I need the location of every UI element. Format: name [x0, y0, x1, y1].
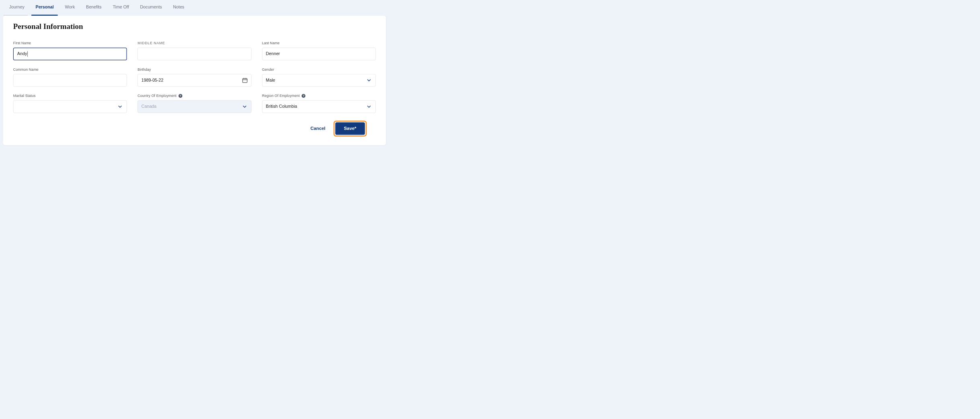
last-name-input[interactable] — [262, 47, 376, 60]
tab-benefits[interactable]: Benefits — [80, 0, 107, 16]
save-button-highlight: Save* — [334, 121, 367, 137]
region-label: Region Of Employment ? — [262, 94, 376, 98]
cancel-button[interactable]: Cancel — [310, 126, 325, 131]
birthday-field: Birthday — [137, 68, 251, 87]
middle-name-input[interactable] — [137, 47, 251, 60]
tabs-bar: Journey Personal Work Benefits Time Off … — [0, 0, 389, 16]
first-name-field: First Name Andy — [13, 41, 127, 60]
birthday-label: Birthday — [137, 68, 251, 72]
marital-status-field: Marital Status — [13, 94, 127, 113]
marital-status-label: Marital Status — [13, 94, 127, 98]
last-name-field: Last Name — [262, 41, 376, 60]
tab-journey[interactable]: Journey — [4, 0, 30, 16]
tab-notes[interactable]: Notes — [168, 0, 190, 16]
country-select[interactable]: Canada — [137, 100, 251, 113]
help-icon[interactable]: ? — [302, 94, 305, 97]
common-name-label: Common Name — [13, 68, 127, 72]
card-title: Personal Information — [13, 22, 376, 31]
gender-label: Gender — [262, 68, 376, 72]
birthday-input[interactable] — [137, 74, 251, 87]
tab-work[interactable]: Work — [59, 0, 81, 16]
country-field: Country Of Employment ? Canada — [137, 94, 251, 113]
first-name-label: First Name — [13, 41, 127, 45]
tab-time-off[interactable]: Time Off — [107, 0, 135, 16]
gender-select[interactable]: Male — [262, 74, 376, 87]
first-name-input[interactable]: Andy — [13, 47, 127, 60]
region-select[interactable]: British Columbia — [262, 100, 376, 113]
form-footer: Cancel Save* — [13, 113, 376, 137]
marital-status-select[interactable] — [13, 100, 127, 113]
last-name-label: Last Name — [262, 41, 376, 45]
region-field: Region Of Employment ? British Columbia — [262, 94, 376, 113]
personal-info-card: Personal Information First Name Andy Mid… — [3, 16, 386, 145]
common-name-input[interactable] — [13, 74, 127, 87]
tab-documents[interactable]: Documents — [135, 0, 168, 16]
middle-name-label: Middle Name — [137, 41, 251, 45]
tab-personal[interactable]: Personal — [30, 0, 59, 16]
gender-field: Gender Male — [262, 68, 376, 87]
save-button[interactable]: Save* — [335, 122, 365, 135]
middle-name-field: Middle Name — [137, 41, 251, 60]
help-icon[interactable]: ? — [178, 94, 182, 97]
country-label: Country Of Employment ? — [137, 94, 251, 98]
common-name-field: Common Name — [13, 68, 127, 87]
